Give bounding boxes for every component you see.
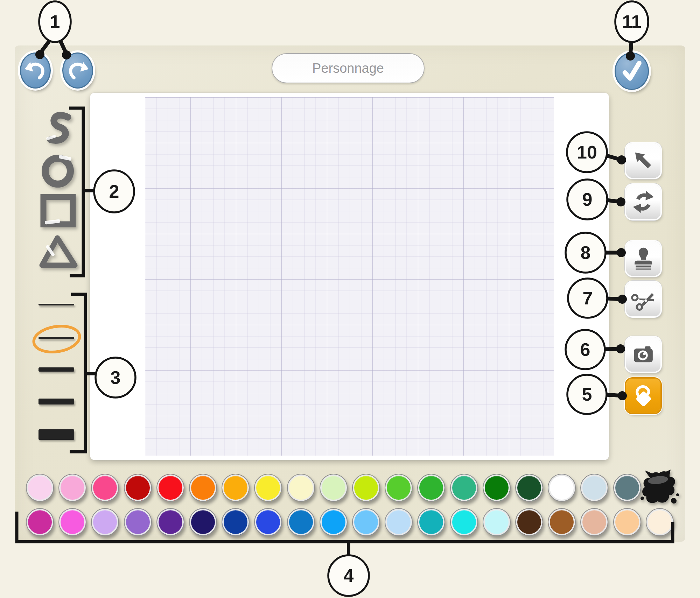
color-swatch-r1-11[interactable] [352,474,380,502]
redo-button[interactable] [62,52,93,89]
color-swatch-r1-18[interactable] [580,474,608,502]
fill-tool-button[interactable] [626,379,660,413]
undo-button[interactable] [20,52,51,89]
color-swatch-r1-6[interactable] [189,474,217,502]
color-swatch-r1-2[interactable] [58,474,86,502]
circle-shape-icon [38,154,77,188]
color-swatch-r2-7[interactable] [222,508,250,536]
line-thickness-2[interactable] [38,337,74,339]
color-swatch-r2-4[interactable] [124,508,152,536]
color-swatch-r2-10[interactable] [320,508,348,536]
arrow-up-left-icon [630,147,657,174]
triangle-shape-icon [38,234,79,269]
shape-tool-squiggle[interactable] [39,111,74,149]
color-swatch-r2-15[interactable] [483,508,511,536]
color-swatch-r2-6[interactable] [189,508,217,536]
rotate-tool-button[interactable] [626,185,660,219]
shape-tool-square[interactable] [39,194,77,228]
color-swatch-r2-14[interactable] [450,508,478,536]
callout-number-color-palette: 4 [344,565,354,586]
color-swatch-r2-20[interactable] [646,508,674,536]
color-swatch-r1-8[interactable] [254,474,282,502]
color-swatch-r2-18[interactable] [580,508,608,536]
canvas-grid[interactable] [145,97,554,456]
color-swatch-r1-5[interactable] [156,474,184,502]
drawing-canvas[interactable] [90,93,609,460]
color-swatch-r2-5[interactable] [156,508,184,536]
ink-splat-swatch[interactable] [639,469,680,509]
color-swatch-r2-17[interactable] [548,508,576,536]
color-swatch-r1-1[interactable] [26,474,54,502]
color-swatch-r1-16[interactable] [515,474,543,502]
camera-tool-button[interactable] [626,337,660,372]
color-swatch-r1-19[interactable] [613,474,641,502]
stamp-tool-button[interactable] [626,241,660,276]
line-thickness-3[interactable] [38,367,74,372]
camera-icon [630,341,657,368]
redo-icon [66,56,90,85]
check-icon [618,56,645,86]
color-swatch-r2-12[interactable] [385,508,413,536]
color-swatch-r1-9[interactable] [287,474,315,502]
color-swatch-r2-9[interactable] [287,508,315,536]
scissors-tool-button[interactable] [626,282,660,316]
squiggle-shape-icon [39,111,74,149]
color-swatch-r1-12[interactable] [385,474,413,502]
title-input[interactable] [272,53,425,83]
color-swatch-r2-16[interactable] [515,508,543,536]
color-swatch-r1-7[interactable] [222,474,250,502]
shape-tool-circle[interactable] [38,154,77,188]
square-shape-icon [39,194,77,228]
color-swatch-r2-11[interactable] [352,508,380,536]
color-swatch-r2-19[interactable] [613,508,641,536]
color-swatch-r1-13[interactable] [417,474,445,502]
color-swatch-r1-3[interactable] [91,474,119,502]
callout-number-undo-redo: 1 [50,12,60,32]
shape-tool-triangle[interactable] [38,234,79,269]
paint-bucket-icon [630,382,657,409]
line-thickness-1[interactable] [38,304,74,305]
color-swatch-r2-1[interactable] [26,508,54,536]
move-tool-button[interactable] [626,143,660,178]
color-swatch-r2-3[interactable] [91,508,119,536]
scissors-icon [630,286,657,313]
line-thickness-5[interactable] [38,429,74,440]
stamp-icon [630,245,657,272]
color-swatch-r1-10[interactable] [320,474,348,502]
color-swatch-r1-15[interactable] [483,474,511,502]
color-swatch-r2-13[interactable] [417,508,445,536]
screen: 1234567891011 [0,0,700,598]
callout-color-palette: 4 [328,555,369,596]
color-swatch-r2-2[interactable] [58,508,86,536]
color-swatch-r1-4[interactable] [124,474,152,502]
undo-icon [23,56,48,85]
line-thickness-4[interactable] [38,399,74,404]
confirm-button[interactable] [615,52,649,90]
color-swatch-r1-14[interactable] [450,474,478,502]
rotate-icon [630,188,657,216]
callout-number-confirm: 11 [622,12,642,32]
color-swatch-r2-8[interactable] [254,508,282,536]
color-swatch-r1-17[interactable] [548,474,576,502]
